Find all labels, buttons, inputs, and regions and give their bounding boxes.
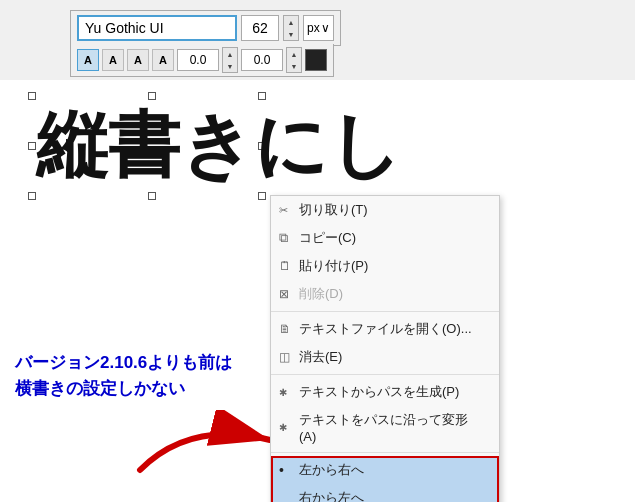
delete-label: 削除(D) [299,285,343,303]
font-size-input[interactable]: 62 [241,15,279,41]
menu-item-copy[interactable]: ⧉ コピー(C) [271,224,499,252]
menu-item-paste[interactable]: 🗒 貼り付け(P) [271,252,499,280]
menu-item-flow-text[interactable]: ✱ テキストをパスに沿って変形(A) [271,406,499,449]
align-label-1: A [109,54,117,66]
num-val-2: 0.0 [254,53,271,67]
menu-item-delete[interactable]: ⊠ 削除(D) [271,280,499,308]
right-to-left-label: 右から左へ [299,489,364,502]
handle-ml[interactable] [28,142,36,150]
num1-spinner[interactable]: ▲ ▼ [222,47,238,73]
num2-spinner[interactable]: ▲ ▼ [286,47,302,73]
paste-label: 貼り付け(P) [299,257,368,275]
text-to-path-label: テキストからパスを生成(P) [299,383,459,401]
num-val-1: 0.0 [190,53,207,67]
delete-icon: ⊠ [279,287,289,301]
copy-label: コピー(C) [299,229,356,247]
copy-icon: ⧉ [279,230,288,246]
align-btn-2[interactable]: A [127,49,149,71]
font-size-text: 62 [252,20,268,36]
flow-text-label: テキストをパスに沿って変形(A) [299,411,479,444]
separator-3 [271,452,499,453]
toolbar-row2: A A A A 0.0 ▲ ▼ 0.0 ▲ ▼ [70,44,334,77]
menu-item-clear[interactable]: ◫ 消去(E) [271,343,499,371]
annotation-line1: バージョン2.10.6よりも前は [15,350,232,376]
annotation-line2: 横書きの設定しかない [15,376,232,402]
align-btn-0[interactable]: A [77,49,99,71]
menu-item-left-to-right[interactable]: • 左から右へ [271,456,499,484]
num2-up[interactable]: ▲ [287,48,301,60]
num2-down[interactable]: ▼ [287,60,301,72]
menu-item-right-to-left[interactable]: 右から左へ [271,484,499,502]
text-block[interactable]: 縦書きにし [36,98,402,194]
num1-down[interactable]: ▼ [223,60,237,72]
color-picker[interactable] [305,49,327,71]
unit-dropdown-icon: ∨ [321,21,330,35]
menu-item-text-to-path[interactable]: ✱ テキストからパスを生成(P) [271,378,499,406]
font-name-text: Yu Gothic UI [85,20,164,36]
num-input-1[interactable]: 0.0 [177,49,219,71]
align-btn-1[interactable]: A [102,49,124,71]
font-name-input[interactable]: Yu Gothic UI [77,15,237,41]
clear-icon: ◫ [279,350,290,364]
text-to-path-icon: ✱ [279,387,287,398]
main-text: 縦書きにし [36,105,402,185]
font-size-spinner[interactable]: ▲ ▼ [283,15,299,41]
separator-1 [271,311,499,312]
align-label-0: A [84,54,92,66]
left-to-right-label: 左から右へ [299,461,364,479]
spinner-down[interactable]: ▼ [284,28,298,40]
annotation-block: バージョン2.10.6よりも前は 横書きの設定しかない [15,350,232,401]
cut-label: 切り取り(T) [299,201,368,219]
unit-text: px [307,21,320,35]
arrow-graphic [130,410,280,490]
clear-label: 消去(E) [299,348,342,366]
handle-tl[interactable] [28,92,36,100]
align-label-3: A [159,54,167,66]
num-input-2[interactable]: 0.0 [241,49,283,71]
align-label-2: A [134,54,142,66]
canvas: 縦書きにし ✂ 切り取り(T) ⧉ コピー(C) 🗒 貼り付け(P) ⊠ 削除(… [0,80,635,502]
open-text-icon: 🗎 [279,322,291,336]
num1-up[interactable]: ▲ [223,48,237,60]
bullet-icon: • [279,462,284,478]
menu-item-open-text[interactable]: 🗎 テキストファイルを開く(O)... [271,315,499,343]
handle-bl[interactable] [28,192,36,200]
align-btn-3[interactable]: A [152,49,174,71]
cut-icon: ✂ [279,204,288,217]
unit-selector[interactable]: px ∨ [303,15,334,41]
separator-2 [271,374,499,375]
flow-text-icon: ✱ [279,422,287,433]
open-text-label: テキストファイルを開く(O)... [299,320,472,338]
spinner-up[interactable]: ▲ [284,16,298,28]
paste-icon: 🗒 [279,259,291,273]
toolbar-row1: Yu Gothic UI 62 ▲ ▼ px ∨ [70,10,341,46]
context-menu: ✂ 切り取り(T) ⧉ コピー(C) 🗒 貼り付け(P) ⊠ 削除(D) 🗎 テ… [270,195,500,502]
menu-item-cut[interactable]: ✂ 切り取り(T) [271,196,499,224]
